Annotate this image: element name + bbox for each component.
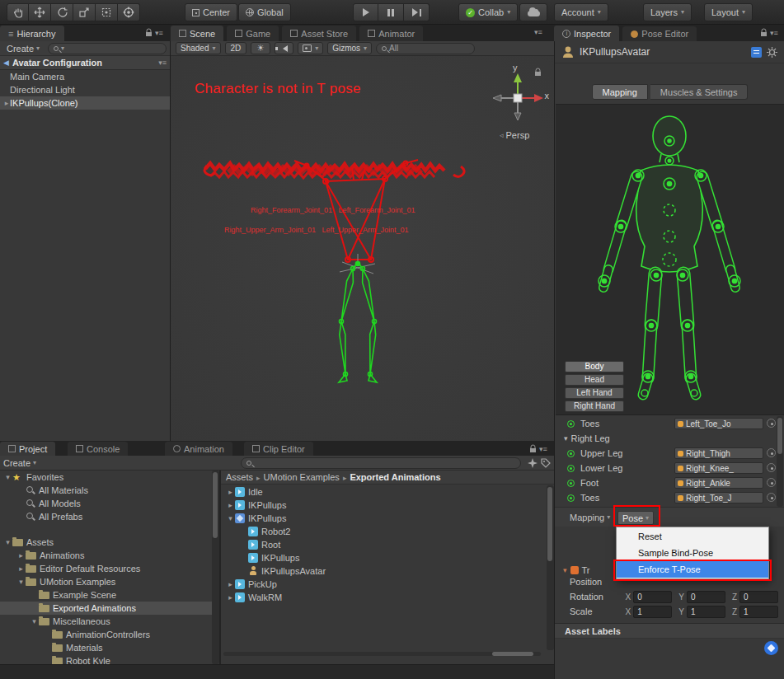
tree-item[interactable]: All Materials xyxy=(0,484,212,497)
cloud-button[interactable] xyxy=(519,3,547,21)
scale-z-field[interactable]: 1 xyxy=(739,606,778,618)
view-tab[interactable]: Asset Store xyxy=(282,26,356,41)
hierarchy-item[interactable]: Main Camera xyxy=(0,70,170,83)
foldout-arrow-icon[interactable] xyxy=(556,434,568,443)
file-item[interactable]: PickUp xyxy=(223,578,547,591)
tab-clip-editor[interactable]: Clip Editor xyxy=(244,442,313,456)
create-dropdown[interactable]: Create ▾ xyxy=(0,458,40,468)
tree-item[interactable]: Materials xyxy=(0,641,212,654)
expand-arrow-icon[interactable] xyxy=(226,514,235,522)
rotation-z-field[interactable]: 0 xyxy=(739,591,778,603)
bone-object-field[interactable]: Left_Toe_Jo xyxy=(674,418,763,429)
view-tab[interactable]: Scene xyxy=(171,26,223,41)
bone-object-field[interactable]: Right_Toe_J xyxy=(674,492,763,503)
create-dropdown[interactable]: Create ▾ xyxy=(3,44,43,54)
mapping-dropdown[interactable]: Mapping ▾ xyxy=(570,513,610,522)
pivot-mode-button[interactable]: Center xyxy=(185,3,237,21)
zoom-slider[interactable] xyxy=(223,652,541,656)
tree-item[interactable]: Example Scene xyxy=(0,588,212,602)
file-item[interactable]: Robot2 xyxy=(223,525,547,538)
view-tab[interactable]: Game xyxy=(227,26,279,41)
panel-menu-icon[interactable]: ▾≡ xyxy=(158,59,167,67)
bone-object-field[interactable]: Right_Ankle xyxy=(674,477,763,489)
perspective-toggle[interactable]: ◃ Persp xyxy=(500,130,529,140)
draw-mode-dropdown[interactable]: Shaded ▾ xyxy=(176,42,221,54)
gear-icon[interactable] xyxy=(767,47,777,58)
pivot-rotation-button[interactable]: Global xyxy=(238,3,291,21)
body-part-button[interactable]: Right Hand xyxy=(565,400,624,412)
tree-item[interactable]: Editor Default Resources xyxy=(0,562,212,575)
expand-arrow-icon[interactable] xyxy=(16,578,26,586)
expand-arrow-icon[interactable] xyxy=(3,538,12,546)
play-button[interactable] xyxy=(353,3,378,21)
scale-x-field[interactable]: 1 xyxy=(633,606,672,618)
tree-item[interactable]: UMotion Examples xyxy=(0,575,212,588)
tree-item[interactable]: Animations xyxy=(0,549,212,562)
object-picker-icon[interactable] xyxy=(767,463,776,472)
step-button[interactable] xyxy=(404,3,430,21)
scale-tool-button[interactable] xyxy=(73,3,96,21)
file-item[interactable]: IKPullups xyxy=(223,499,547,512)
expand-arrow-icon[interactable] xyxy=(226,501,235,509)
object-picker-icon[interactable] xyxy=(767,419,776,428)
scrollbar-thumb[interactable] xyxy=(213,472,218,538)
menu-item[interactable]: Sample Bind-Pose xyxy=(617,545,768,561)
bone-object-field[interactable]: Right_Knee_ xyxy=(674,462,763,474)
tab-muscles-settings[interactable]: Muscles & Settings xyxy=(650,84,749,100)
tree-scrollbar[interactable] xyxy=(212,471,219,664)
menu-item[interactable]: Enforce T-Pose xyxy=(617,561,768,578)
file-list-scrollbar[interactable] xyxy=(547,485,554,650)
tree-item[interactable]: Assets xyxy=(0,536,212,549)
viewport-lock-icon[interactable] xyxy=(534,68,542,77)
collab-button[interactable]: ✓ Collab ▾ xyxy=(458,3,518,21)
slider-thumb[interactable] xyxy=(492,652,533,656)
rotation-y-field[interactable]: 0 xyxy=(687,591,725,603)
tree-item[interactable]: Exported Animations xyxy=(0,602,212,615)
lock-icon[interactable] xyxy=(760,28,768,37)
panel-menu-icon[interactable]: ▾≡ xyxy=(155,29,163,37)
file-item[interactable]: WalkRM xyxy=(223,591,547,604)
file-item[interactable]: IKPullupsAvatar xyxy=(223,564,547,578)
object-picker-icon[interactable] xyxy=(767,493,776,502)
tab-inspector[interactable]: Inspector xyxy=(554,26,619,41)
tab-pose-editor[interactable]: Pose Editor xyxy=(622,26,697,42)
layout-dropdown[interactable]: Layout ▾ xyxy=(704,3,753,21)
body-part-button[interactable]: Body xyxy=(565,361,624,372)
hierarchy-search-input[interactable]: ▾ xyxy=(48,43,167,54)
file-item[interactable]: IKPullups xyxy=(223,512,547,525)
pose-dropdown-button[interactable]: Pose ▾ xyxy=(617,511,654,525)
body-part-button[interactable]: Head xyxy=(565,374,624,386)
breadcrumb-leaf[interactable]: Exported Animations xyxy=(350,472,440,482)
scrollbar-thumb[interactable] xyxy=(547,487,552,561)
tab-console[interactable]: Console xyxy=(68,442,128,456)
expand-arrow-icon[interactable] xyxy=(3,473,12,481)
tab-mapping[interactable]: Mapping xyxy=(592,84,648,100)
scene-search-input[interactable]: All xyxy=(376,43,475,54)
expand-arrow-icon[interactable] xyxy=(226,580,235,588)
open-asset-icon[interactable] xyxy=(751,47,762,58)
tree-item[interactable]: All Models xyxy=(0,497,212,510)
rect-tool-button[interactable] xyxy=(96,3,118,21)
file-item[interactable]: Root xyxy=(223,538,547,551)
breadcrumb-root[interactable]: Assets xyxy=(226,472,253,482)
search-by-type-icon[interactable] xyxy=(528,458,538,468)
expand-arrow-icon[interactable] xyxy=(0,99,10,107)
body-part-button[interactable]: Left Hand xyxy=(565,387,624,399)
gizmos-dropdown[interactable]: Gizmos ▾ xyxy=(327,42,372,54)
scene-viewport[interactable]: Character is not in T pose Right_Forearm… xyxy=(171,56,554,441)
tree-item[interactable]: All Prefabs xyxy=(0,510,212,523)
panel-splitter[interactable] xyxy=(219,471,221,679)
project-search-input[interactable] xyxy=(241,457,521,469)
hierarchy-item[interactable]: IKPullups(Clone) xyxy=(0,96,170,110)
transform-tool-button[interactable] xyxy=(118,3,140,21)
audio-toggle[interactable] xyxy=(275,42,293,54)
expand-arrow-icon[interactable] xyxy=(226,593,235,602)
lock-icon[interactable] xyxy=(529,444,537,453)
layers-dropdown[interactable]: Layers ▾ xyxy=(643,3,692,21)
move-tool-button[interactable] xyxy=(29,3,51,21)
expand-arrow-icon[interactable] xyxy=(16,551,26,560)
panel-menu-icon[interactable]: ▾≡ xyxy=(770,29,778,37)
tab-project[interactable]: Project xyxy=(0,442,55,456)
view-tab[interactable]: Animator xyxy=(359,26,423,41)
expand-arrow-icon[interactable] xyxy=(16,564,26,573)
